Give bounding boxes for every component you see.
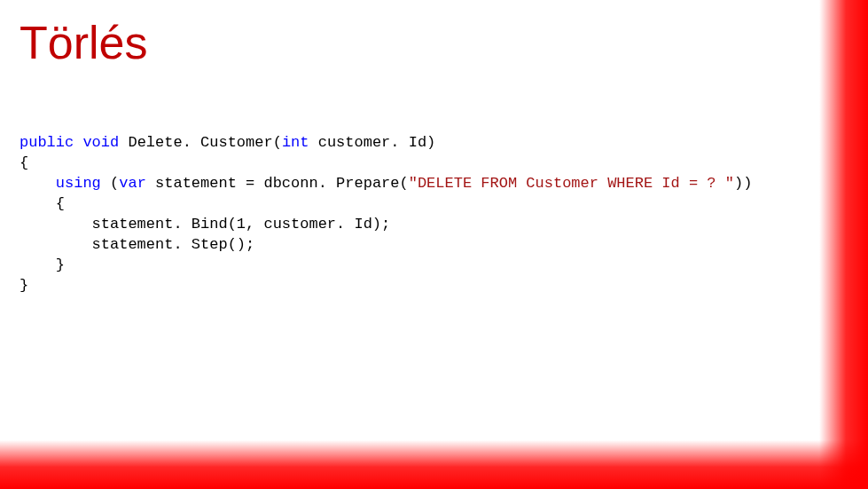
indent-1 — [20, 175, 56, 192]
brace-open-1: { — [20, 154, 28, 171]
line-bind: statement. Bind(1, customer. Id); — [20, 216, 390, 233]
brace-close-2: } — [20, 256, 65, 273]
gradient-bottom — [0, 440, 868, 489]
keyword-int: int — [282, 134, 309, 151]
code-block: public void Delete. Customer(int custome… — [20, 133, 752, 296]
param-name: customer. Id) — [309, 134, 435, 151]
keyword-using: using — [56, 175, 101, 192]
method-name: Delete. Customer( — [119, 134, 282, 151]
slide-title: Törlés — [20, 16, 147, 69]
using-close: )) — [734, 175, 752, 192]
brace-close-1: } — [20, 277, 28, 294]
keyword-var: var — [119, 175, 146, 192]
keyword-public: public — [20, 134, 74, 151]
line-step: statement. Step(); — [20, 236, 254, 253]
using-open: ( — [101, 175, 119, 192]
stmt-assign: statement = dbconn. Prepare( — [146, 175, 409, 192]
sql-string: "DELETE FROM Customer WHERE Id = ? " — [409, 175, 734, 192]
gradient-right — [819, 0, 868, 489]
slide: Törlés public void Delete. Customer(int … — [0, 0, 868, 489]
brace-open-2: { — [20, 195, 65, 212]
keyword-void: void — [82, 134, 119, 151]
